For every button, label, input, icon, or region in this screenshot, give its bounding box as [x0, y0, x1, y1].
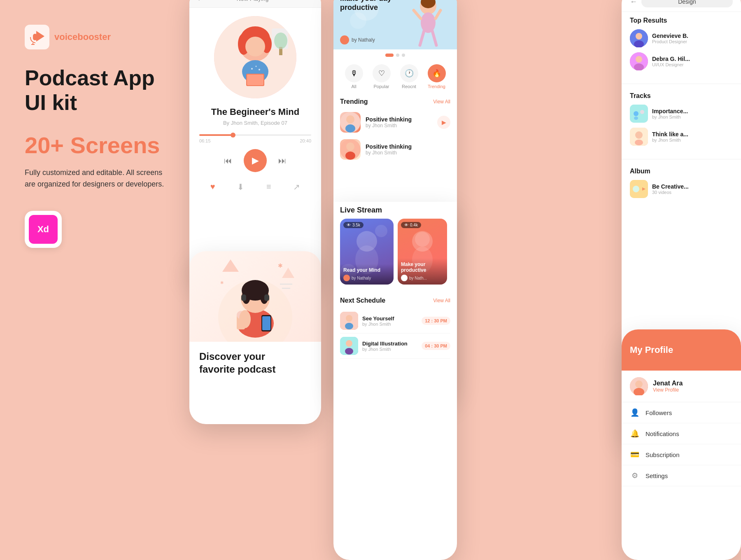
progress-thumb[interactable]	[231, 133, 235, 138]
svg-rect-1	[33, 34, 37, 40]
profile-menu-notifications[interactable]: 🔔 Notifications	[622, 423, 741, 444]
svg-rect-32	[262, 316, 270, 330]
trending-thumb-2	[340, 139, 361, 160]
xd-badge: Xd	[25, 211, 62, 248]
trending-author-1: by Jhon Smith	[366, 123, 432, 128]
logo-icon	[25, 25, 49, 49]
result-item-1[interactable]: Genevieve B. Product Designer	[630, 29, 733, 47]
search-back-button[interactable]: ←	[630, 0, 637, 6]
trending-play-1[interactable]: ▶	[437, 116, 450, 129]
playlist-button[interactable]: ≡	[266, 182, 271, 192]
subscription-label: Subscription	[645, 451, 680, 458]
play-button[interactable]: ▶	[244, 149, 267, 172]
tab-popular[interactable]: ♡ Popular	[373, 64, 391, 89]
tab-recent[interactable]: 🕐 Reocnt	[400, 64, 418, 89]
progress-bar[interactable]	[199, 134, 311, 136]
like-button[interactable]: ♥	[210, 182, 215, 192]
options-button[interactable]: ⋯	[305, 0, 313, 3]
screens-count: 20+ Screens	[25, 132, 165, 159]
time-labels: 06:15 20:40	[199, 138, 311, 143]
live-badge-1: 👁 3.5k	[343, 222, 364, 228]
trending-thumb-1	[340, 112, 361, 133]
track-thumb-1	[630, 105, 648, 123]
track-thumb-2	[630, 128, 648, 146]
svg-point-52	[346, 142, 354, 151]
track-info-1: Importance... by Jhon Smith	[652, 108, 688, 119]
trending-view-all[interactable]: View All	[433, 99, 450, 105]
svg-point-9	[245, 37, 265, 56]
live-card-overlay-2: Make your productive by Nath...	[398, 258, 447, 285]
album-name-1: Be Creative...	[652, 183, 689, 190]
result-info-1: Genevieve B. Product Designer	[652, 33, 688, 44]
result-role-1: Product Designer	[652, 39, 688, 44]
svg-point-12	[256, 66, 257, 67]
search-header: ← Design	[622, 0, 741, 12]
svg-point-81	[635, 140, 643, 145]
result-item-2[interactable]: Debra G. Hil... UI/UX Designer	[630, 52, 733, 70]
followers-label: Followers	[645, 409, 672, 416]
live-author-2: by Nath...	[409, 276, 427, 280]
search-tag[interactable]: Design	[641, 0, 733, 7]
tracks-section: Tracks Importance... by Jhon Smith	[622, 87, 741, 156]
trending-author-2: by Jhon Smith	[366, 150, 450, 156]
result-avatar-2	[630, 52, 648, 70]
tab-trending[interactable]: 🔥 Trending	[428, 64, 446, 89]
album-title: Album	[630, 168, 733, 175]
svg-point-64	[346, 315, 352, 322]
track-author-1: by Jhon Smith	[652, 114, 688, 119]
profile-user-row[interactable]: Jenat Ara View Profile	[622, 371, 741, 402]
svg-rect-15	[247, 75, 263, 85]
album-section: Album Be Creative... 30 videos	[622, 163, 741, 208]
now-playing-label: Now Playing	[200, 0, 305, 2]
all-icon: 🎙	[345, 64, 363, 82]
title-line2: UI kit	[25, 91, 77, 114]
profile-menu-subscription[interactable]: 💳 Subscription	[622, 444, 741, 465]
phone-now-playing: ‹ Now Playing ⋯	[189, 0, 321, 284]
svg-point-35	[239, 310, 251, 328]
settings-label: Settings	[645, 472, 668, 479]
profile-title: My Profile	[630, 345, 673, 355]
profile-menu-settings[interactable]: ⚙ Settings	[622, 465, 741, 486]
album-item-1[interactable]: Be Creative... 30 videos	[630, 180, 733, 198]
left-panel: voicebooster Podcast App UI kit 20+ Scre…	[0, 0, 189, 560]
tab-all[interactable]: 🎙 All	[345, 64, 363, 89]
live-cards: 👁 3.5k Read your Mind by Nathaly	[340, 219, 450, 285]
prev-button[interactable]: ⏮	[224, 156, 232, 166]
schedule-thumb-1	[340, 312, 358, 330]
download-button[interactable]: ⬇	[237, 182, 244, 192]
player-controls: ⏮ ▶ ⏭	[189, 149, 321, 172]
live-card-1[interactable]: 👁 3.5k Read your Mind by Nathaly	[340, 219, 394, 285]
next-button[interactable]: ⏭	[278, 156, 287, 166]
progress-fill	[199, 134, 233, 136]
tab-popular-label: Popular	[374, 84, 389, 89]
track-item-2[interactable]: Think like a... by Jhon Smith	[630, 128, 733, 146]
profile-menu-followers[interactable]: 👤 Followers	[622, 402, 741, 423]
result-name-1: Genevieve B.	[652, 33, 688, 39]
discover-title-line2: favorite podcast	[199, 363, 311, 376]
trending-item-1: Positive thinking by Jhon Smith ▶	[333, 109, 457, 136]
title-line1: Podcast App	[25, 66, 155, 90]
result-avatar-1	[630, 29, 648, 47]
hero-text: Make your day productive	[340, 0, 394, 12]
action-bar: ♥ ⬇ ≡ ↗	[189, 182, 321, 192]
pagination-dots	[333, 49, 457, 61]
album-count-1: 30 videos	[652, 190, 689, 195]
live-badge-2: 👁 0.4k	[401, 222, 421, 228]
profile-view-link[interactable]: View Profile	[653, 387, 683, 393]
track-item-1[interactable]: Importance... by Jhon Smith	[630, 105, 733, 123]
top-results-section: Top Results Genevieve B. Product Designe…	[622, 12, 741, 80]
svg-rect-30	[264, 294, 269, 301]
svg-rect-29	[241, 294, 246, 301]
live-card-2[interactable]: 👁 0.4k Make your productive by Nath...	[398, 219, 447, 285]
phone-browse-lower: Live Stream 👁 3.5k Read your Mind	[333, 202, 457, 560]
svg-point-78	[634, 117, 638, 120]
share-button[interactable]: ↗	[293, 182, 300, 192]
track-name-2: Think like a...	[652, 131, 688, 138]
category-tabs: 🎙 All ♡ Popular 🕐 Reocnt 🔥 Trending	[333, 61, 457, 92]
discover-illustration: ✱ ✱	[189, 251, 321, 342]
progress-area[interactable]: 06:15 20:40	[189, 134, 321, 143]
trending-item-2: Positive thinking by Jhon Smith	[333, 136, 457, 163]
schedule-view-all[interactable]: View All	[433, 298, 450, 303]
settings-icon: ⚙	[630, 471, 640, 480]
svg-rect-75	[630, 105, 648, 123]
